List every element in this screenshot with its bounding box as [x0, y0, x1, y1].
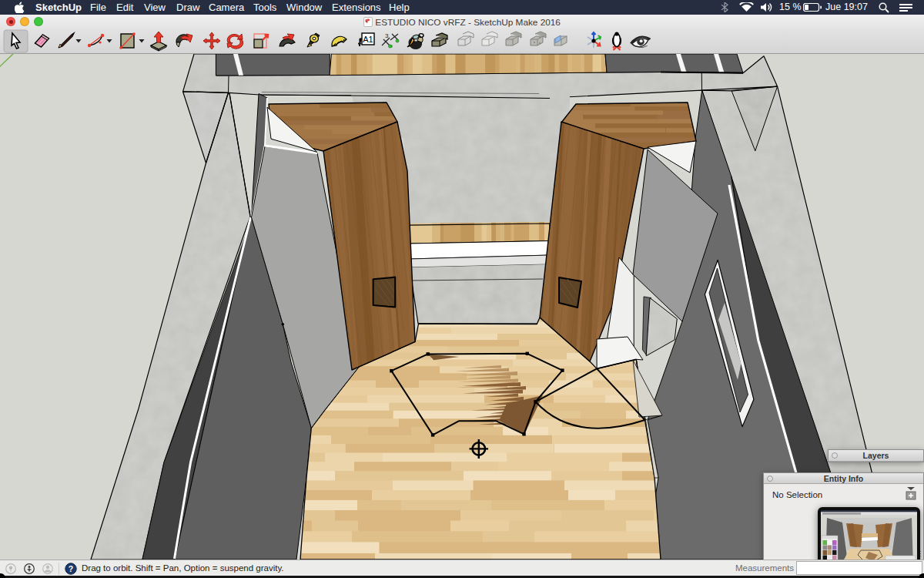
- svg-text:3: 3: [385, 32, 389, 39]
- svg-text:?: ?: [69, 563, 73, 573]
- svg-text:A1: A1: [363, 35, 373, 44]
